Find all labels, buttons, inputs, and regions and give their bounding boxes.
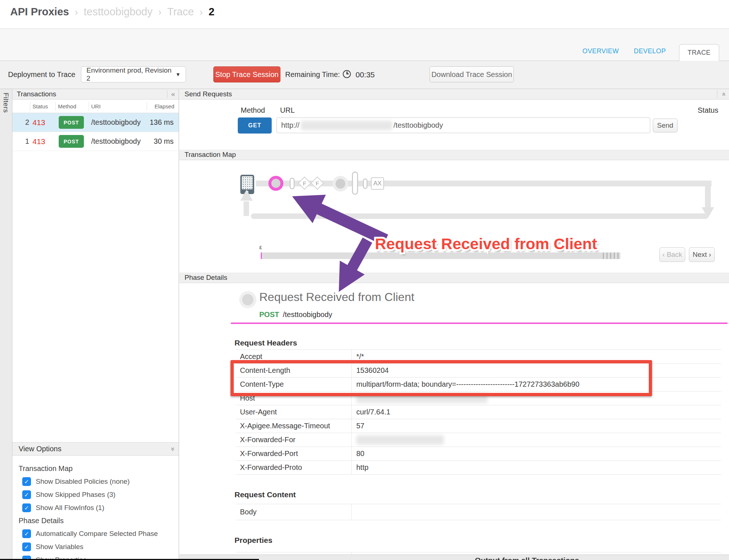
download-trace-session-button[interactable]: Download Trace Session bbox=[430, 66, 514, 82]
redacted-value bbox=[356, 435, 444, 445]
header-value bbox=[352, 433, 721, 447]
view-options-header: View Options « bbox=[12, 442, 179, 456]
clock-icon bbox=[343, 70, 351, 78]
header-name: X-Apigee.Message-Timeout bbox=[236, 419, 352, 433]
column-method: Method bbox=[58, 103, 76, 109]
redacted-host bbox=[301, 121, 392, 130]
timeline-tick bbox=[610, 252, 611, 259]
header-value bbox=[352, 391, 721, 405]
flow-corner bbox=[244, 201, 249, 216]
request-content-title: Request Content bbox=[234, 490, 296, 499]
output-all-transactions-label[interactable]: Output from all Transactions bbox=[475, 556, 579, 560]
method-get-button[interactable]: GET bbox=[238, 117, 272, 134]
view-option-label: Show Variables bbox=[36, 543, 84, 551]
timeline-selected-tick bbox=[261, 252, 262, 259]
flow-step-icon[interactable] bbox=[363, 178, 368, 189]
view-options-content: Transaction Map Show Disabled Policies (… bbox=[12, 456, 179, 560]
table-row: Host bbox=[236, 391, 721, 405]
filters-strip[interactable]: Filters bbox=[0, 89, 12, 560]
view-option[interactable]: Automatically Compare Selected Phase bbox=[22, 529, 179, 538]
url-path: /testtoobigbody bbox=[393, 121, 443, 130]
view-options-title: View Options bbox=[19, 445, 61, 453]
timeline-scrubber[interactable] bbox=[261, 252, 620, 259]
phase-method: POST bbox=[259, 310, 279, 318]
tab-trace[interactable]: TRACE bbox=[679, 44, 719, 61]
collapse-panel-icon[interactable]: « bbox=[167, 90, 175, 98]
column-divider bbox=[147, 102, 147, 111]
transaction-uri: /testtoobigbody bbox=[91, 118, 141, 127]
table-row[interactable]: 2 413 POST /testtoobigbody 136 ms bbox=[12, 113, 179, 132]
phase-details-title: Phase Details bbox=[185, 274, 227, 282]
tab-overview[interactable]: OVERVIEW bbox=[582, 47, 619, 55]
checkbox[interactable] bbox=[22, 490, 31, 499]
tab-band: OVERVIEW DEVELOP TRACE bbox=[0, 29, 729, 61]
collapse-up-icon[interactable]: « bbox=[720, 92, 728, 96]
phase-path: /testtoobigbody bbox=[283, 310, 332, 318]
selected-phase-icon[interactable] bbox=[268, 176, 283, 191]
table-row: Content-Type multipart/form-data; bounda… bbox=[236, 378, 721, 391]
transaction-id: 2 bbox=[12, 118, 29, 127]
header-value: 80 bbox=[352, 447, 721, 460]
collapse-down-icon[interactable]: « bbox=[168, 447, 177, 451]
view-option[interactable]: Show Skipped Phases (3) bbox=[22, 490, 179, 499]
column-status: Status bbox=[32, 103, 48, 109]
flow-condition-icon[interactable]: F bbox=[311, 177, 324, 190]
breadcrumb-proxy-name[interactable]: testtoobigbody bbox=[84, 6, 153, 18]
analytics-step-icon[interactable]: AX bbox=[371, 177, 384, 190]
body-label: Body bbox=[236, 504, 352, 520]
breadcrumb-api-proxies[interactable]: API Proxies bbox=[10, 6, 69, 18]
method-badge: POST bbox=[59, 116, 84, 129]
transaction-map-header: Transaction Map bbox=[179, 150, 729, 160]
next-button[interactable]: Next › bbox=[689, 247, 715, 262]
view-option[interactable]: Show Variables bbox=[22, 542, 179, 551]
header-value: http bbox=[352, 461, 721, 474]
column-divider bbox=[30, 102, 30, 111]
deployment-to-trace-label: Deployment to Trace bbox=[8, 70, 75, 79]
trace-toolbar: Deployment to Trace Environment prod, Re… bbox=[0, 61, 729, 89]
breadcrumb-transaction-number: 2 bbox=[209, 6, 214, 18]
deployment-select[interactable]: Environment prod, Revision 2 ▼ bbox=[81, 66, 186, 82]
timeline-tick bbox=[614, 252, 615, 259]
header-name: Content-Type bbox=[236, 378, 352, 391]
breadcrumb-trace[interactable]: Trace bbox=[167, 6, 194, 18]
send-button[interactable]: Send bbox=[653, 119, 678, 132]
checkbox[interactable] bbox=[22, 477, 31, 486]
status-label: Status bbox=[698, 106, 718, 115]
checkbox[interactable] bbox=[22, 503, 31, 512]
flow-corner bbox=[705, 184, 711, 208]
transaction-uri: /testtoobigbody bbox=[91, 137, 141, 146]
transaction-elapsed: 136 ms bbox=[150, 118, 174, 127]
trace-detail-panel: Send Requests « Method URL Status GET ht… bbox=[179, 89, 729, 560]
checkbox[interactable] bbox=[22, 529, 31, 538]
view-option[interactable]: Show Disabled Policies (none) bbox=[22, 477, 179, 486]
header-name: X-Forwarded-Proto bbox=[236, 461, 352, 474]
flow-condition-label: F bbox=[313, 179, 321, 187]
request-headers-title: Request Headers bbox=[234, 339, 297, 347]
tab-develop[interactable]: DEVELOP bbox=[634, 47, 666, 55]
apigee-trace-screen: API Proxies › testtoobigbody › Trace › 2… bbox=[0, 0, 729, 560]
header-value: multipart/form-data; boundary=----------… bbox=[352, 378, 721, 391]
flow-step-icon[interactable] bbox=[352, 171, 358, 195]
table-row: User-Agent curl/7.64.1 bbox=[236, 405, 721, 419]
view-option[interactable]: Show All FlowInfos (1) bbox=[22, 503, 179, 512]
checkbox[interactable] bbox=[22, 542, 31, 551]
breadcrumb-bar: API Proxies › testtoobigbody › Trace › 2 bbox=[0, 0, 729, 29]
header-name: Accept bbox=[236, 350, 352, 363]
header-name: Content-Length bbox=[236, 364, 352, 377]
send-requests-title: Send Requests bbox=[185, 90, 232, 98]
flow-step-icon[interactable] bbox=[290, 178, 295, 189]
url-input[interactable]: http:// /testtoobigbody bbox=[276, 117, 650, 133]
table-row[interactable]: 1 413 POST /testtoobigbody 30 ms bbox=[12, 132, 179, 151]
table-row: X-Forwarded-Port 80 bbox=[236, 447, 721, 461]
back-button[interactable]: ‹ Back bbox=[659, 247, 685, 262]
view-option-label: Show Skipped Phases (3) bbox=[36, 491, 116, 499]
chevron-right-icon: › bbox=[75, 7, 78, 18]
flow-condition-icon[interactable]: F bbox=[298, 177, 311, 190]
timeline-tick bbox=[603, 252, 604, 259]
main-area: Filters Transactions « Status Method URI… bbox=[0, 89, 729, 560]
header-name: User-Agent bbox=[236, 405, 352, 419]
stop-trace-session-button[interactable]: Stop Trace Session bbox=[213, 66, 280, 82]
phase-icon[interactable] bbox=[336, 179, 345, 189]
transaction-id: 1 bbox=[12, 137, 29, 146]
method-label: Method bbox=[241, 106, 265, 115]
